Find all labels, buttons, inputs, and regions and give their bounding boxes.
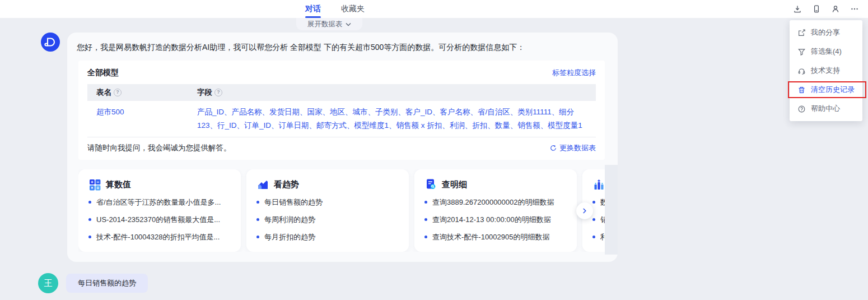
user-icon[interactable]: [831, 4, 840, 13]
model-panel-header: 全部模型 标签粒度选择: [87, 67, 596, 79]
share-icon: [797, 29, 806, 37]
column-header-table-name: 表名: [96, 87, 197, 98]
detail-search-icon: [424, 178, 437, 191]
assistant-logo-icon: [41, 33, 60, 52]
user-avatar: 王: [38, 273, 58, 293]
menu-item-help-center[interactable]: 帮助中心: [790, 99, 862, 118]
topbar-actions: [793, 0, 859, 18]
suggestion-card-calc: 算数值 省/自治区等于江苏的数量最小值是多... US-2014-2352370…: [78, 169, 241, 252]
assistant-greeting: 您好，我是网易数帆打造的数据分析AI助理，我可以帮您分析 全部模型 下的有关超市…: [77, 41, 606, 53]
suggestion-card-title: 查明细: [442, 179, 467, 190]
more-icon[interactable]: [850, 4, 859, 13]
tab-dialogue[interactable]: 对话: [305, 0, 321, 18]
chevron-right-icon: [580, 206, 589, 215]
suggestion-item[interactable]: 技术-配件-10004328的折扣平均值是...: [88, 232, 231, 242]
calculator-icon: [88, 178, 101, 191]
panel-footer-text: 请随时向我提问，我会竭诚为您提供解答。: [87, 143, 231, 153]
device-icon[interactable]: [812, 4, 821, 13]
model-panel-footer: 请随时向我提问，我会竭诚为您提供解答。 更换数据表: [87, 137, 596, 153]
tab-favorites[interactable]: 收藏夹: [341, 0, 365, 18]
suggestion-item[interactable]: 每周利润的趋势: [256, 214, 399, 225]
chat-area: 您好，我是网易数帆打造的数据分析AI助理，我可以帮您分析 全部模型 下的有关超市…: [0, 18, 868, 293]
headset-icon: [797, 67, 806, 75]
user-message: 每日销售额的趋势: [66, 274, 148, 293]
column-header-fields: 字段: [197, 87, 587, 98]
suggestion-card-title: 算数值: [106, 179, 131, 190]
suggestion-cards-track: 算数值 省/自治区等于江苏的数量最小值是多... US-2014-2352370…: [78, 169, 605, 252]
suggestion-item[interactable]: 销: [592, 214, 605, 225]
topbar: 对话 收藏夹: [0, 0, 868, 18]
model-panel-title: 全部模型: [87, 68, 119, 78]
suggestion-card-title: 看趋势: [274, 179, 299, 190]
cards-clip-mask: [605, 165, 618, 255]
menu-item-label: 我的分享: [811, 27, 840, 38]
ranking-bars-icon: [592, 178, 605, 191]
carousel-next-button[interactable]: [576, 202, 593, 219]
more-actions-menu: 我的分享 筛选集(4) 技术支持: [790, 20, 862, 121]
filter-icon: [797, 48, 806, 56]
suggestion-card-trend: 看趋势 每日销售额的趋势 每周利润的趋势 每月折扣的趋势: [246, 169, 409, 252]
table-name-link[interactable]: 超市500: [96, 108, 124, 116]
menu-item-my-shares[interactable]: 我的分享: [790, 23, 862, 42]
suggestion-card-detail: 查明细 查询3889.2672000000002的明细数据 查询2014-12-…: [414, 169, 577, 252]
model-panel: 全部模型 标签粒度选择 表名 字段: [78, 61, 605, 160]
suggestion-item[interactable]: 查询3889.2672000000002的明细数据: [424, 197, 567, 207]
main-tabs: 对话 收藏夹: [305, 0, 365, 18]
help-tooltip-icon[interactable]: [214, 89, 222, 96]
suggestion-item[interactable]: 每月折扣的趋势: [256, 232, 399, 242]
table-header-row: 表名 字段: [87, 84, 596, 101]
suggestion-item[interactable]: 利: [592, 232, 605, 242]
trend-chart-icon: [256, 178, 269, 191]
help-circle-icon: [797, 105, 806, 113]
suggestion-item[interactable]: 每日销售额的趋势: [256, 197, 399, 207]
assistant-message-row: 您好，我是网易数帆打造的数据分析AI助理，我可以帮您分析 全部模型 下的有关超市…: [41, 33, 868, 262]
menu-item-label: 清空历史记录: [811, 85, 855, 95]
expand-datatable-toggle[interactable]: 展开数据表: [296, 18, 362, 30]
menu-item-filter-sets[interactable]: 筛选集(4): [790, 42, 862, 61]
expand-datatable-label: 展开数据表: [307, 20, 343, 29]
menu-item-label: 技术支持: [811, 66, 840, 76]
app-window: 对话 收藏夹: [0, 0, 868, 300]
switch-datatable-link[interactable]: 更换数据表: [550, 143, 596, 153]
suggestion-item[interactable]: 数: [592, 197, 605, 207]
suggestion-item[interactable]: 查询技术-配件-10002905的明细数据: [424, 232, 567, 242]
suggestion-item[interactable]: US-2014-2352370的销售额最大值是...: [88, 214, 231, 225]
table-row: 超市500 产品_ID、产品名称、发货日期、国家、地区、城市、子类别、客户_ID…: [87, 101, 596, 137]
chevron-down-icon: [346, 22, 351, 26]
suggestion-item[interactable]: 省/自治区等于江苏的数量最小值是多...: [88, 197, 231, 207]
tab-dialogue-label: 对话: [305, 4, 321, 14]
granularity-link[interactable]: 标签粒度选择: [552, 68, 596, 78]
suggestion-cards-viewport: 算数值 省/自治区等于江苏的数量最小值是多... US-2014-2352370…: [78, 169, 605, 252]
download-icon[interactable]: [793, 4, 802, 13]
refresh-icon: [550, 145, 557, 151]
help-tooltip-icon[interactable]: [114, 89, 122, 96]
user-message-row: 王 每日销售额的趋势: [38, 273, 868, 293]
menu-item-clear-history[interactable]: 清空历史记录: [790, 80, 862, 99]
menu-item-label: 筛选集(4): [811, 47, 842, 57]
menu-item-tech-support[interactable]: 技术支持: [790, 61, 862, 80]
assistant-avatar: [41, 33, 60, 52]
tab-favorites-label: 收藏夹: [341, 4, 365, 14]
suggestion-item[interactable]: 查询2014-12-13 00:00:00的明细数据: [424, 214, 567, 225]
menu-item-label: 帮助中心: [811, 104, 840, 114]
table-fields-list[interactable]: 产品_ID、产品名称、发货日期、国家、地区、城市、子类别、客户_ID、客户名称、…: [197, 105, 587, 132]
assistant-message: 您好，我是网易数帆打造的数据分析AI助理，我可以帮您分析 全部模型 下的有关超市…: [67, 33, 618, 262]
trash-icon: [797, 86, 806, 94]
